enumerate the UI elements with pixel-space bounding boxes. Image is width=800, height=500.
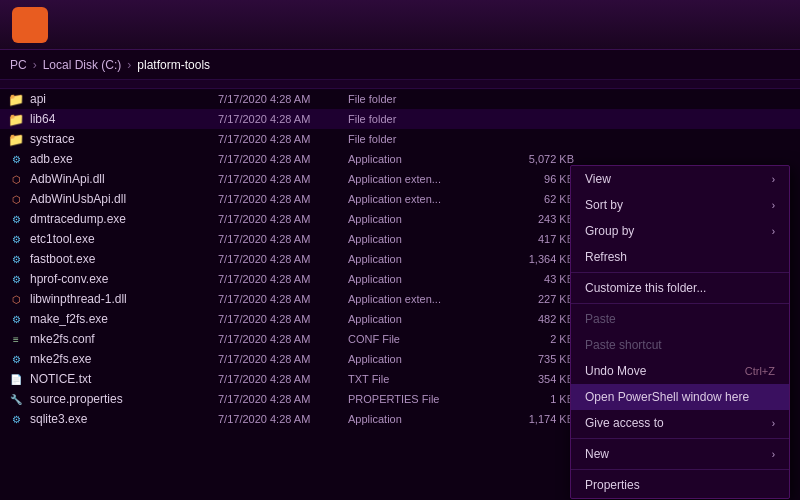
prop-icon: 🔧 xyxy=(8,391,24,407)
table-row[interactable]: 📁 api 7/17/2020 4:28 AM File folder xyxy=(0,89,800,109)
ctx-item-label: Paste shortcut xyxy=(585,338,662,352)
column-headers xyxy=(0,80,800,89)
file-date: 7/17/2020 4:28 AM xyxy=(218,333,348,345)
exe-icon: ⚙ xyxy=(8,231,24,247)
file-name: ⚙ sqlite3.exe xyxy=(8,411,218,427)
ctx-divider xyxy=(571,469,789,470)
addr-sep-2: › xyxy=(127,58,131,72)
file-name: ⬡ libwinpthread-1.dll xyxy=(8,291,218,307)
file-name: 📁 systrace xyxy=(8,131,218,147)
file-name: ⬡ AdbWinApi.dll xyxy=(8,171,218,187)
file-date: 7/17/2020 4:28 AM xyxy=(218,93,348,105)
file-name-text: dmtracedump.exe xyxy=(30,212,126,226)
ctx-items-container: View›Sort by›Group by›RefreshCustomize t… xyxy=(571,166,789,498)
file-name: 📄 NOTICE.txt xyxy=(8,371,218,387)
file-size: 243 KB xyxy=(498,213,578,225)
ctx-submenu-arrow: › xyxy=(772,226,775,237)
file-type: Application xyxy=(348,413,498,425)
table-row[interactable]: 📁 systrace 7/17/2020 4:28 AM File folder xyxy=(0,129,800,149)
file-name-text: mke2fs.conf xyxy=(30,332,95,346)
ctx-menu-item[interactable]: Group by› xyxy=(571,218,789,244)
ctx-item-label: Sort by xyxy=(585,198,623,212)
exe-icon: ⚙ xyxy=(8,271,24,287)
file-size: 2 KB xyxy=(498,333,578,345)
ctx-menu-item[interactable]: Refresh xyxy=(571,244,789,270)
ctx-item-label: Customize this folder... xyxy=(585,281,706,295)
ctx-item-label: New xyxy=(585,447,609,461)
table-row[interactable]: 📁 lib64 7/17/2020 4:28 AM File folder xyxy=(0,109,800,129)
file-date: 7/17/2020 4:28 AM xyxy=(218,413,348,425)
file-name-text: systrace xyxy=(30,132,75,146)
file-type: File folder xyxy=(348,113,498,125)
file-type: Application exten... xyxy=(348,173,498,185)
file-type: Application xyxy=(348,233,498,245)
file-name: ⚙ dmtracedump.exe xyxy=(8,211,218,227)
file-date: 7/17/2020 4:28 AM xyxy=(218,213,348,225)
file-date: 7/17/2020 4:28 AM xyxy=(218,233,348,245)
file-size: 62 KB xyxy=(498,193,578,205)
file-name-text: adb.exe xyxy=(30,152,73,166)
ctx-item-label: Paste xyxy=(585,312,616,326)
exe-icon: ⚙ xyxy=(8,211,24,227)
exe-icon: ⚙ xyxy=(8,311,24,327)
dll-icon: ⬡ xyxy=(8,291,24,307)
file-name-text: hprof-conv.exe xyxy=(30,272,109,286)
file-date: 7/17/2020 4:28 AM xyxy=(218,273,348,285)
ctx-menu-item[interactable]: Give access to› xyxy=(571,410,789,436)
folder-icon: 📁 xyxy=(8,131,24,147)
file-type: File folder xyxy=(348,133,498,145)
file-size: 43 KB xyxy=(498,273,578,285)
file-date: 7/17/2020 4:28 AM xyxy=(218,193,348,205)
file-name-text: lib64 xyxy=(30,112,55,126)
ctx-menu-item[interactable]: View› xyxy=(571,166,789,192)
ctx-submenu-arrow: › xyxy=(772,174,775,185)
file-name-text: api xyxy=(30,92,46,106)
file-date: 7/17/2020 4:28 AM xyxy=(218,313,348,325)
file-name: ⚙ hprof-conv.exe xyxy=(8,271,218,287)
conf-icon: ≡ xyxy=(8,331,24,347)
exe-icon: ⚙ xyxy=(8,351,24,367)
ctx-menu-item[interactable]: Sort by› xyxy=(571,192,789,218)
file-name: ≡ mke2fs.conf xyxy=(8,331,218,347)
file-date: 7/17/2020 4:28 AM xyxy=(218,393,348,405)
file-type: TXT File xyxy=(348,373,498,385)
file-name-text: fastboot.exe xyxy=(30,252,95,266)
file-size: 735 KB xyxy=(498,353,578,365)
file-date: 7/17/2020 4:28 AM xyxy=(218,353,348,365)
ctx-item-label: Properties xyxy=(585,478,640,492)
ctx-menu-item[interactable]: Properties xyxy=(571,472,789,498)
file-name-text: NOTICE.txt xyxy=(30,372,91,386)
addr-localdisk[interactable]: Local Disk (C:) xyxy=(43,58,122,72)
file-date: 7/17/2020 4:28 AM xyxy=(218,113,348,125)
ctx-item-label: View xyxy=(585,172,611,186)
addr-current: platform-tools xyxy=(137,58,210,72)
folder-icon: 📁 xyxy=(8,111,24,127)
file-date: 7/17/2020 4:28 AM xyxy=(218,253,348,265)
ctx-item-label: Give access to xyxy=(585,416,664,430)
file-size: 1,174 KB xyxy=(498,413,578,425)
ctx-menu-item[interactable]: Customize this folder... xyxy=(571,275,789,301)
dll-icon: ⬡ xyxy=(8,191,24,207)
addr-pc[interactable]: PC xyxy=(10,58,27,72)
addr-sep-1: › xyxy=(33,58,37,72)
file-name: ⚙ adb.exe xyxy=(8,151,218,167)
ctx-menu-item[interactable]: New› xyxy=(571,441,789,467)
file-name-text: AdbWinApi.dll xyxy=(30,172,105,186)
file-name-text: AdbWinUsbApi.dll xyxy=(30,192,126,206)
file-type: Application xyxy=(348,253,498,265)
file-date: 7/17/2020 4:28 AM xyxy=(218,373,348,385)
ctx-menu-item[interactable]: Undo MoveCtrl+Z xyxy=(571,358,789,384)
txt-icon: 📄 xyxy=(8,371,24,387)
file-name: ⬡ AdbWinUsbApi.dll xyxy=(8,191,218,207)
file-size: 227 KB xyxy=(498,293,578,305)
dll-icon: ⬡ xyxy=(8,171,24,187)
file-name-text: libwinpthread-1.dll xyxy=(30,292,127,306)
exe-icon: ⚙ xyxy=(8,151,24,167)
ctx-divider xyxy=(571,438,789,439)
file-name-text: source.properties xyxy=(30,392,123,406)
ctx-menu-item[interactable]: Open PowerShell window here xyxy=(571,384,789,410)
file-name-text: make_f2fs.exe xyxy=(30,312,108,326)
file-type: PROPERTIES File xyxy=(348,393,498,405)
file-name: ⚙ etc1tool.exe xyxy=(8,231,218,247)
addressbar: PC › Local Disk (C:) › platform-tools xyxy=(0,50,800,80)
